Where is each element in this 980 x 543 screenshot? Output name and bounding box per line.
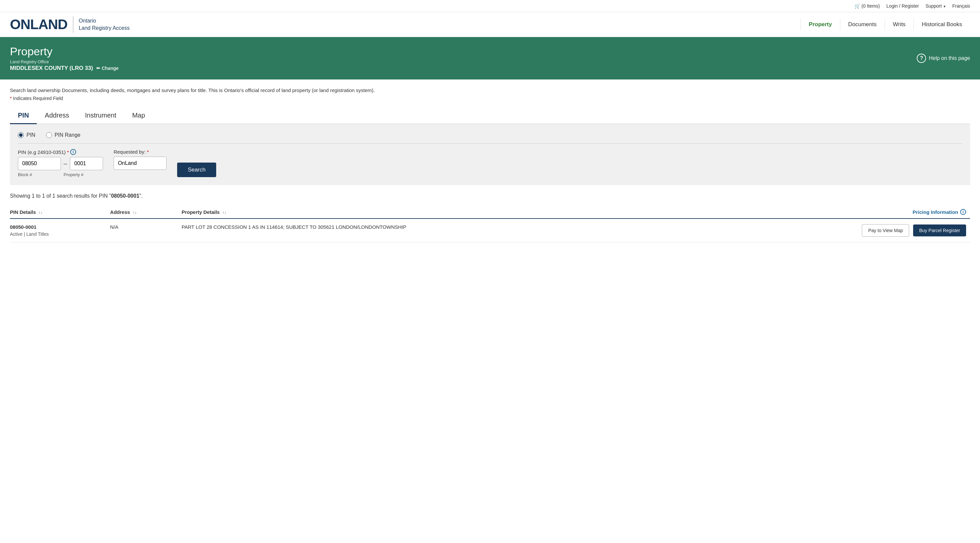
page-banner: Property Land Registry Office MIDDLESEX … — [0, 37, 980, 80]
tab-map[interactable]: Map — [124, 108, 153, 124]
logo-text: ONLAND — [10, 17, 68, 32]
change-lro-link[interactable]: ✏ Change — [96, 65, 119, 71]
required-note: * Indicates Required Field — [10, 96, 970, 101]
login-register-link[interactable]: Login / Register — [886, 3, 919, 9]
cell-pin-details: 08050-0001 Active | Land Titles — [10, 218, 110, 242]
francais-link[interactable]: Français — [952, 3, 970, 9]
property-details-sort-icon[interactable]: ↑↓ — [223, 210, 226, 215]
cart-section[interactable]: 🛒 (0 Items) — [854, 3, 880, 9]
radio-pin-range-label[interactable]: PIN Range — [46, 132, 80, 138]
nav-property[interactable]: Property — [800, 19, 840, 30]
nav-historical-books[interactable]: Historical Books — [913, 19, 970, 30]
property-sub-label: Property # — [64, 172, 97, 177]
col-pin-details: PIN Details ↑↓ — [10, 205, 110, 218]
pin-status: Active | Land Titles — [10, 231, 49, 237]
radio-pin-label[interactable]: PIN — [18, 132, 35, 138]
pay-to-view-map-button[interactable]: Pay to View Map — [862, 224, 909, 237]
site-header: ONLAND Ontario Land Registry Access Prop… — [0, 12, 980, 37]
banner-title: Property — [10, 45, 119, 58]
main-nav: Property Documents Writs Historical Book… — [800, 19, 970, 30]
support-dropdown-icon: ▾ — [943, 4, 945, 8]
radio-pin-range-text: PIN Range — [55, 132, 80, 138]
address-sort-icon[interactable]: ↑↓ — [133, 210, 137, 215]
pin-field-label: PIN (e.g 24910-0351) * i — [18, 149, 103, 155]
pin-details-sort-icon[interactable]: ↑↓ — [39, 210, 43, 215]
requested-by-input[interactable] — [114, 157, 167, 170]
block-sub-label: Block # — [18, 172, 61, 177]
action-buttons: Pay to View Map Buy Parcel Register — [717, 224, 966, 237]
cell-actions: Pay to View Map Buy Parcel Register — [717, 218, 970, 242]
main-content: Search land ownership Documents, includi… — [0, 80, 980, 250]
table-header-row: PIN Details ↑↓ Address ↑↓ Property Detai… — [10, 205, 970, 218]
tab-address[interactable]: Address — [37, 108, 77, 124]
nav-documents[interactable]: Documents — [840, 19, 885, 30]
banner-left: Property Land Registry Office MIDDLESEX … — [10, 45, 119, 72]
col-property-details: Property Details ↑↓ — [181, 205, 717, 218]
search-tabs: PIN Address Instrument Map — [10, 108, 970, 124]
county-label: MIDDLESEX COUNTY (LRO 33) — [10, 65, 93, 72]
pin-property-input[interactable] — [70, 157, 103, 170]
pin-form-group: PIN (e.g 24910-0351) * i – Block # Prope… — [18, 149, 103, 177]
tab-pin[interactable]: PIN — [10, 108, 37, 124]
search-panel: PIN PIN Range PIN (e.g 24910-0351) * i – — [10, 124, 970, 185]
buy-parcel-register-button[interactable]: Buy Parcel Register — [913, 225, 966, 236]
pin-number: 08050-0001 — [10, 224, 106, 230]
requested-field-label: Requested by: * — [114, 149, 167, 154]
help-label: Help on this page — [929, 55, 970, 61]
col-address: Address ↑↓ — [110, 205, 182, 218]
results-section: Showing 1 to 1 of 1 search results for P… — [10, 185, 970, 242]
banner-lro-label: Land Registry Office — [10, 59, 119, 64]
pin-required-asterisk: * — [67, 149, 69, 155]
requested-asterisk: * — [147, 149, 149, 154]
pin-inputs: – — [18, 157, 103, 170]
search-type-radios: PIN PIN Range — [18, 132, 962, 144]
results-table: PIN Details ↑↓ Address ↑↓ Property Detai… — [10, 205, 970, 242]
logo-subtitle: Ontario Land Registry Access — [79, 17, 130, 32]
results-pin-highlight: 08050-0001 — [111, 193, 139, 199]
pricing-info-icon: i — [960, 209, 966, 215]
form-row: PIN (e.g 24910-0351) * i – Block # Prope… — [18, 149, 962, 177]
radio-pin[interactable] — [18, 132, 24, 138]
cell-property-details: PART LOT 28 CONCESSION 1 AS IN 114614; S… — [181, 218, 717, 242]
logo-subtitle-line1: Ontario — [79, 17, 130, 24]
tab-instrument[interactable]: Instrument — [77, 108, 124, 124]
logo-subtitle-line2: Land Registry Access — [79, 24, 130, 32]
logo-divider — [73, 16, 73, 33]
logo-section: ONLAND Ontario Land Registry Access — [10, 16, 800, 33]
pin-info-icon[interactable]: i — [70, 149, 76, 155]
requested-form-group: Requested by: * — [114, 149, 167, 170]
nav-writs[interactable]: Writs — [885, 19, 913, 30]
help-link[interactable]: ? Help on this page — [917, 54, 970, 63]
support-dropdown[interactable]: Support ▾ — [925, 3, 945, 9]
pin-block-input[interactable] — [18, 157, 61, 170]
col-pricing: Pricing Information i — [717, 205, 970, 218]
results-summary: Showing 1 to 1 of 1 search results for P… — [10, 193, 970, 199]
cell-address: N/A — [110, 218, 182, 242]
page-description: Search land ownership Documents, includi… — [10, 88, 970, 93]
property-details-text: PART LOT 28 CONCESSION 1 AS IN 114614; S… — [181, 224, 713, 230]
radio-pin-text: PIN — [27, 132, 35, 138]
pencil-icon: ✏ — [96, 65, 100, 71]
cart-label: (0 Items) — [861, 3, 880, 9]
pin-dash: – — [64, 160, 67, 167]
top-bar: 🛒 (0 Items) Login / Register Support ▾ F… — [0, 0, 980, 12]
required-asterisk: * — [10, 96, 11, 101]
pin-sub-labels: Block # Property # — [18, 172, 103, 177]
pricing-info-label: Pricing Information — [912, 209, 958, 215]
pricing-info-link[interactable]: Pricing Information i — [717, 209, 966, 215]
address-value: N/A — [110, 224, 119, 230]
cart-icon: 🛒 — [854, 3, 860, 9]
banner-county: MIDDLESEX COUNTY (LRO 33) ✏ Change — [10, 65, 119, 72]
help-circle-icon: ? — [917, 54, 926, 63]
search-button[interactable]: Search — [177, 162, 216, 177]
radio-pin-range[interactable] — [46, 132, 52, 138]
table-row: 08050-0001 Active | Land Titles N/A PART… — [10, 218, 970, 242]
